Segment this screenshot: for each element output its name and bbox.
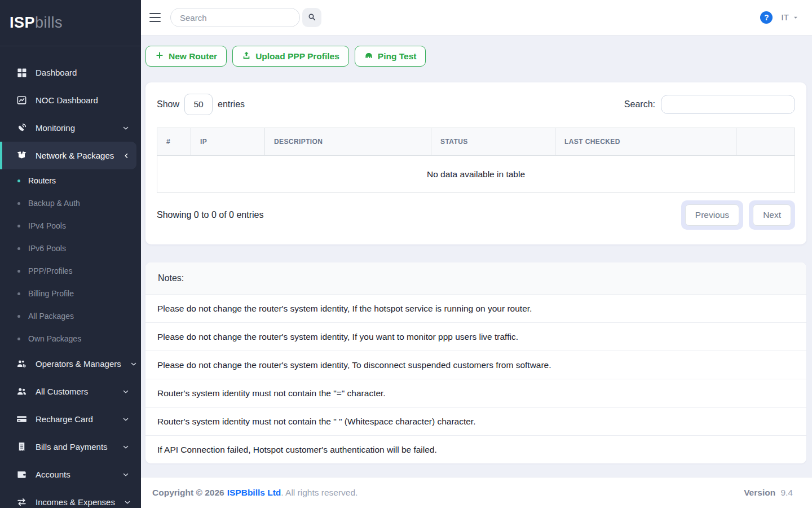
chevron-down-icon xyxy=(122,443,130,451)
bullet-icon xyxy=(17,338,20,340)
table-search-control: Search: xyxy=(624,95,795,114)
caret-down-icon xyxy=(793,12,798,23)
pagination: Previous Next xyxy=(681,200,795,230)
column-header-status[interactable]: STATUS xyxy=(431,128,555,156)
users-gear-icon xyxy=(16,358,27,370)
version-label: Version xyxy=(744,488,775,497)
sidebar-subitem-backup-auth[interactable]: Backup & Auth xyxy=(0,192,141,214)
box-open-icon xyxy=(16,150,27,161)
next-page-button[interactable]: Next xyxy=(753,204,791,226)
sidebar-item-label: Accounts xyxy=(36,470,70,479)
sidebar-subitem-label: Routers xyxy=(28,176,56,185)
show-label: Show xyxy=(157,99,179,110)
sidebar-nav: Dashboard NOC Dashboard Monitoring Netwo… xyxy=(0,46,141,508)
sidebar-subitem-all-packages[interactable]: All Packages xyxy=(0,305,141,327)
sidebar-subitem-ipv4-pools[interactable]: IPv4 Pools xyxy=(0,214,141,237)
notes-title: Notes: xyxy=(145,262,806,294)
chevron-down-icon xyxy=(122,388,130,396)
sidebar-item-network-packages[interactable]: Network & Packages xyxy=(0,142,136,169)
global-search-input[interactable] xyxy=(170,8,300,27)
table-header-row: # IP DESCRIPTION STATUS LAST CHECKED xyxy=(157,128,795,156)
sidebar-item-dashboard[interactable]: Dashboard xyxy=(0,59,141,86)
sidebar-item-label: Bills and Payments xyxy=(36,442,108,452)
ping-test-button[interactable]: Ping Test xyxy=(355,46,426,67)
grid-icon xyxy=(16,67,27,78)
sidebar-item-label: Operators & Managers xyxy=(36,359,121,369)
sidebar-subitem-label: All Packages xyxy=(28,312,74,321)
sidebar-item-all-customers[interactable]: All Customers xyxy=(0,378,141,405)
bullet-icon xyxy=(17,225,20,227)
column-header-ip[interactable]: IP xyxy=(191,128,265,156)
footer: Copyright © 2026 ISPBbills Ltd . All rig… xyxy=(141,477,812,508)
version-info: Version 9.4 xyxy=(744,488,793,498)
page-content: New Router Upload PPP Profiles Ping Test… xyxy=(141,36,812,477)
upload-ppp-profiles-button[interactable]: Upload PPP Profiles xyxy=(232,46,349,67)
sidebar-subitem-ipv6-pools[interactable]: IPv6 Pools xyxy=(0,237,141,260)
sidebar-subitem-label: Own Packages xyxy=(28,334,81,343)
receipt-icon xyxy=(16,441,27,453)
sidebar-subitem-label: Billing Profile xyxy=(28,289,74,298)
sidebar-subitem-billing-profile[interactable]: Billing Profile xyxy=(0,282,141,305)
bullet-icon xyxy=(17,247,20,250)
note-item: Please do not change the router's system… xyxy=(145,322,806,351)
entries-label: entries xyxy=(218,99,245,110)
sidebar-subitem-label: Backup & Auth xyxy=(28,199,80,208)
topbar: ? IT xyxy=(141,0,812,36)
routers-table-card: Show 50 entries Search: # xyxy=(145,82,806,244)
column-header-description[interactable]: DESCRIPTION xyxy=(265,128,431,156)
chevron-down-icon xyxy=(130,360,138,368)
sidebar-item-label: Dashboard xyxy=(36,68,77,77)
bullet-icon xyxy=(17,270,20,273)
sidebar-item-label: Incomes & Expenses xyxy=(36,497,115,507)
table-search-input[interactable] xyxy=(661,95,795,114)
company-link[interactable]: ISPBbills Ltd xyxy=(227,488,281,498)
global-search-button[interactable] xyxy=(302,8,321,27)
main-column: ? IT New Router Upload PPP Profiles xyxy=(141,0,812,508)
sidebar-subitem-routers[interactable]: Routers xyxy=(0,169,141,192)
note-item: Please do not change the router's system… xyxy=(145,351,806,379)
hamburger-menu-icon[interactable] xyxy=(149,13,161,22)
notes-card: Notes: Please do not change the router's… xyxy=(145,262,806,463)
chevron-down-icon xyxy=(123,498,131,506)
help-icon[interactable]: ? xyxy=(760,11,773,24)
bullet-icon xyxy=(17,202,20,205)
column-header-index[interactable]: # xyxy=(157,128,191,156)
sidebar-item-recharge-card[interactable]: Recharge Card xyxy=(0,405,141,433)
previous-chip: Previous xyxy=(681,200,743,230)
sidebar-item-label: All Customers xyxy=(36,387,88,396)
language-label: IT xyxy=(781,12,789,23)
table-controls: Show 50 entries Search: xyxy=(157,94,795,115)
sidebar-subitem-label: PPP/Profiles xyxy=(28,266,73,275)
note-item: Router's system identity must not contai… xyxy=(145,407,806,435)
sidebar-subitem-label: IPv6 Pools xyxy=(28,244,66,253)
sidebar-subitem-own-packages[interactable]: Own Packages xyxy=(0,327,141,350)
exchange-arrows-icon xyxy=(16,497,27,508)
sidebar-subitem-ppp-profiles[interactable]: PPP/Profiles xyxy=(0,260,141,282)
wallet-icon xyxy=(16,469,27,480)
bullet-icon xyxy=(17,315,20,318)
note-item: If API Connection failed, Hotspot custom… xyxy=(145,435,806,463)
page-length-control: Show 50 entries xyxy=(157,94,245,115)
sidebar-item-monitoring[interactable]: Monitoring xyxy=(0,114,141,142)
sidebar: ISPbills Dashboard NOC Dashboard Monitor… xyxy=(0,0,141,508)
language-dropdown[interactable]: IT xyxy=(781,12,798,23)
column-header-last-checked[interactable]: LAST CHECKED xyxy=(555,128,736,156)
entries-select[interactable]: 50 xyxy=(184,94,213,115)
routers-table: # IP DESCRIPTION STATUS LAST CHECKED No … xyxy=(157,128,795,193)
app-window: ISPbills Dashboard NOC Dashboard Monitor… xyxy=(0,0,812,508)
sidebar-item-label: Recharge Card xyxy=(36,414,93,424)
topbar-right: ? IT xyxy=(760,11,798,24)
brand-logo[interactable]: ISPbills xyxy=(0,0,141,46)
sidebar-item-accounts[interactable]: Accounts xyxy=(0,461,141,488)
sidebar-item-label: Monitoring xyxy=(36,123,75,133)
plus-icon xyxy=(155,51,164,62)
sidebar-item-noc-dashboard[interactable]: NOC Dashboard xyxy=(0,86,141,114)
ping-test-label: Ping Test xyxy=(378,51,417,62)
chevron-down-icon xyxy=(122,415,130,423)
previous-page-button[interactable]: Previous xyxy=(685,204,739,226)
sidebar-item-operators-managers[interactable]: Operators & Managers xyxy=(0,350,141,378)
new-router-button[interactable]: New Router xyxy=(145,46,227,67)
note-item: Router's system identity must not contai… xyxy=(145,379,806,407)
sidebar-item-incomes-expenses[interactable]: Incomes & Expenses xyxy=(0,488,141,508)
sidebar-item-bills-payments[interactable]: Bills and Payments xyxy=(0,433,141,461)
